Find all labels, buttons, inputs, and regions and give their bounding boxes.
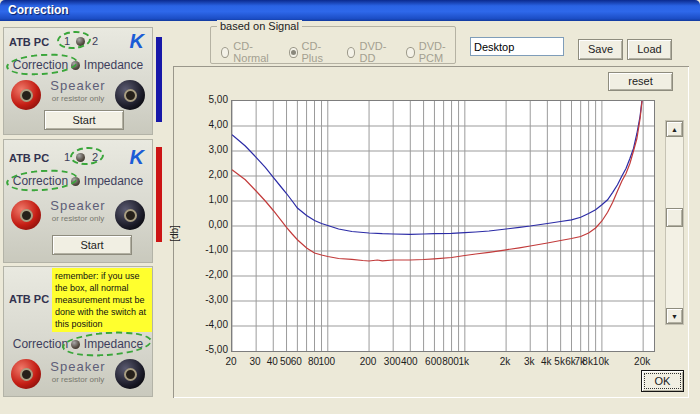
device3-brand-label: ATB PC: [9, 293, 49, 305]
device2-impedance-label: Impedance: [84, 174, 143, 188]
radio-dvd-pcm[interactable]: DVD-PCM: [406, 40, 455, 64]
load-button[interactable]: Load: [627, 39, 672, 60]
device2-black-connector: [115, 200, 145, 230]
device1-black-connector-hole: [124, 89, 137, 102]
device1-start-button[interactable]: Start: [44, 110, 124, 130]
correction-dialog: Correction ATB PC 1 2 K Correction Imped…: [0, 0, 700, 414]
window-title: Correction: [8, 3, 69, 17]
device3-black-connector: [115, 359, 145, 389]
chart-svg: [232, 101, 654, 351]
signal-groupbox: based on Signal CD-Normal CD-Plus DVD-DD…: [210, 26, 456, 64]
signal-radio-row: CD-Normal CD-Plus DVD-DD DVD-PCM: [221, 40, 455, 64]
y-tick-label: 5,00: [190, 94, 228, 105]
radio-cd-plus-circle: [289, 47, 297, 58]
device2-brand-label: ATB PC: [9, 152, 49, 164]
scrollbar-thumb[interactable]: [666, 208, 683, 227]
y-tick-label: 3,00: [190, 144, 228, 155]
device-photo-2: ATB PC 1 2 K Correction Impedance Speake…: [3, 139, 153, 263]
chart-x-axis-labels: 2030405060801002003004006008001k2k3k4k5k…: [231, 356, 655, 370]
device3-impedance-highlight-ellipse: [61, 329, 152, 359]
chart-y-axis-title: [db]: [169, 225, 180, 242]
y-tick-label: -3,00: [190, 294, 228, 305]
device1-impedance-label: Impedance: [84, 58, 143, 72]
reminder-note: remember: if you use the box, all normal…: [52, 268, 152, 332]
device2-switch2-highlight-ellipse: [69, 146, 104, 166]
signal-groupbox-label: based on Signal: [217, 20, 302, 32]
y-tick-label: 2,00: [190, 169, 228, 180]
correction-curve-2: [232, 101, 644, 261]
y-tick-label: -5,00: [190, 344, 228, 355]
device2-correction-highlight-ellipse: [5, 168, 78, 194]
y-tick-label: -2,00: [190, 269, 228, 280]
x-tick-label: 10k: [584, 356, 618, 367]
radio-cd-normal-label: CD-Normal: [233, 40, 272, 64]
correction-curve-1: [232, 101, 645, 234]
x-tick-label: 20k: [625, 356, 659, 367]
radio-cd-normal-circle: [221, 47, 229, 58]
scrollbar-down-button[interactable]: ▼: [666, 308, 683, 324]
device3-red-connector: [11, 359, 41, 389]
radio-cd-plus-label: CD-Plus: [302, 40, 331, 64]
device1-red-connector-hole: [20, 89, 33, 102]
title-bar[interactable]: Correction: [0, 0, 700, 21]
device2-k-logo: K: [130, 146, 144, 169]
device2-red-connector-hole: [20, 209, 33, 222]
device2-start-button[interactable]: Start: [52, 235, 132, 255]
y-tick-label: -4,00: [190, 319, 228, 330]
ok-button[interactable]: OK: [641, 370, 684, 392]
radio-cd-normal[interactable]: CD-Normal: [221, 40, 272, 64]
device1-red-connector: [11, 80, 41, 110]
x-tick-label: 1k: [447, 356, 481, 367]
radio-dvd-dd-circle: [347, 47, 355, 58]
device2-indicator-bar: [156, 147, 162, 242]
radio-dvd-pcm-circle: [406, 47, 414, 58]
device3-black-connector-hole: [124, 368, 137, 381]
chart-scrollbar[interactable]: ▲ ▼: [665, 120, 684, 325]
x-tick-label: 100: [310, 356, 344, 367]
radio-cd-plus-selected-dot: [291, 50, 296, 55]
radio-dvd-dd-label: DVD-DD: [359, 40, 389, 64]
device1-switch1-highlight-ellipse: [56, 30, 91, 50]
radio-dvd-pcm-label: DVD-PCM: [419, 40, 455, 64]
reset-button[interactable]: reset: [608, 72, 673, 91]
preset-name-input[interactable]: [470, 37, 564, 56]
scrollbar-up-button[interactable]: ▲: [666, 121, 683, 137]
save-button[interactable]: Save: [578, 39, 623, 60]
arrow-up-icon: ▲: [671, 126, 678, 133]
device2-black-connector-hole: [124, 209, 137, 222]
device-photo-3: remember: if you use the box, all normal…: [3, 266, 153, 397]
device1-brand-label: ATB PC: [9, 36, 49, 48]
device-photo-1: ATB PC 1 2 K Correction Impedance Speake…: [3, 27, 153, 135]
radio-cd-plus[interactable]: CD-Plus: [289, 40, 330, 64]
device1-switch-label-2: 2: [92, 35, 98, 47]
y-tick-label: 4,00: [190, 119, 228, 130]
arrow-down-icon: ▼: [671, 313, 678, 320]
device1-correction-highlight-ellipse: [5, 52, 78, 78]
device3-correction-label: Correction: [13, 337, 68, 351]
chart-plot: [231, 100, 655, 352]
device3-red-connector-hole: [20, 368, 33, 381]
device1-black-connector: [115, 80, 145, 110]
device1-indicator-bar: [156, 37, 162, 122]
y-tick-label: 0,00: [190, 219, 228, 230]
device1-k-logo: K: [130, 30, 144, 53]
y-tick-label: -1,00: [190, 244, 228, 255]
y-tick-label: 1,00: [190, 194, 228, 205]
radio-dvd-dd[interactable]: DVD-DD: [347, 40, 389, 64]
device2-red-connector: [11, 200, 41, 230]
